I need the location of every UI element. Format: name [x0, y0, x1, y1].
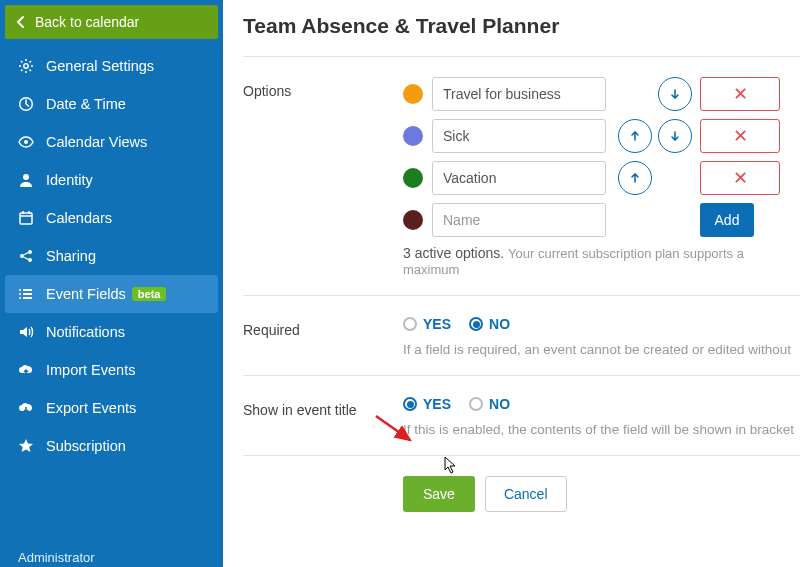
star-icon [16, 438, 36, 454]
move-down-button[interactable] [658, 77, 692, 111]
sidebar-item-label: Export Events [46, 400, 136, 416]
sidebar-item-label: Date & Time [46, 96, 126, 112]
show-in-title-label: Show in event title [243, 396, 403, 437]
cloud-download-icon [16, 400, 36, 416]
back-label: Back to calendar [35, 14, 139, 30]
svg-point-0 [24, 64, 28, 68]
options-count: 3 active options. [403, 245, 504, 261]
page-title: Team Absence & Travel Planner [243, 14, 800, 38]
move-up-button[interactable] [618, 119, 652, 153]
sidebar-item-sharing[interactable]: Sharing [0, 237, 223, 275]
color-swatch[interactable] [403, 168, 423, 188]
radio-icon [403, 317, 417, 331]
share-icon [16, 248, 36, 264]
calendar-icon [16, 210, 36, 226]
close-icon: ✕ [733, 167, 748, 189]
options-section: Options ✕ ✕ [243, 57, 800, 295]
save-button[interactable]: Save [403, 476, 475, 512]
color-swatch[interactable] [403, 126, 423, 146]
sidebar-item-event-fields[interactable]: Event Fields beta [5, 275, 218, 313]
user-icon [16, 172, 36, 188]
svg-point-8 [19, 289, 21, 291]
svg-point-10 [19, 297, 21, 299]
option-name-input[interactable] [432, 161, 606, 195]
list-icon [16, 286, 36, 302]
sidebar-item-label: Subscription [46, 438, 126, 454]
sidebar-item-identity[interactable]: Identity [0, 161, 223, 199]
sidebar-item-general-settings[interactable]: General Settings [0, 47, 223, 85]
color-swatch[interactable] [403, 210, 423, 230]
sidebar-item-notifications[interactable]: Notifications [0, 313, 223, 351]
option-name-input[interactable] [432, 119, 606, 153]
option-new-row: Add [403, 203, 800, 237]
option-name-input[interactable] [432, 77, 606, 111]
back-to-calendar-button[interactable]: Back to calendar [5, 5, 218, 39]
radio-label: YES [423, 316, 451, 332]
cancel-button[interactable]: Cancel [485, 476, 567, 512]
required-label: Required [243, 316, 403, 357]
sidebar-item-label: General Settings [46, 58, 154, 74]
options-label: Options [243, 77, 403, 277]
radio-label: NO [489, 316, 510, 332]
svg-point-9 [19, 293, 21, 295]
main-panel: Team Absence & Travel Planner Options ✕ [223, 0, 800, 567]
svg-point-2 [24, 140, 28, 144]
sidebar-item-calendars[interactable]: Calendars [0, 199, 223, 237]
add-option-button[interactable]: Add [700, 203, 754, 237]
sidebar-item-label: Notifications [46, 324, 125, 340]
sidebar: Back to calendar General Settings Date &… [0, 0, 223, 567]
show-title-no-radio[interactable]: NO [469, 396, 510, 412]
delete-option-button[interactable]: ✕ [700, 161, 780, 195]
sidebar-item-import-events[interactable]: Import Events [0, 351, 223, 389]
required-yes-radio[interactable]: YES [403, 316, 451, 332]
cloud-upload-icon [16, 362, 36, 378]
option-row: ✕ [403, 119, 800, 153]
required-section: Required YES NO If a field is required, … [243, 296, 800, 375]
clock-icon [16, 96, 36, 112]
svg-point-7 [28, 258, 32, 262]
radio-icon [403, 397, 417, 411]
sound-icon [16, 324, 36, 340]
gear-icon [16, 58, 36, 74]
required-help: If a field is required, an event cannot … [403, 342, 800, 357]
radio-icon [469, 397, 483, 411]
option-row: ✕ [403, 77, 800, 111]
move-up-button[interactable] [618, 161, 652, 195]
radio-label: NO [489, 396, 510, 412]
close-icon: ✕ [733, 83, 748, 105]
sidebar-item-label: Calendars [46, 210, 112, 226]
chevron-left-icon [17, 16, 25, 28]
sidebar-item-calendar-views[interactable]: Calendar Views [0, 123, 223, 161]
close-icon: ✕ [733, 125, 748, 147]
admin-label: Administrator [18, 550, 95, 565]
eye-icon [16, 134, 36, 150]
show-title-yes-radio[interactable]: YES [403, 396, 451, 412]
sidebar-item-label: Identity [46, 172, 93, 188]
move-down-button[interactable] [658, 119, 692, 153]
svg-point-6 [28, 250, 32, 254]
delete-option-button[interactable]: ✕ [700, 119, 780, 153]
radio-icon [469, 317, 483, 331]
color-swatch[interactable] [403, 84, 423, 104]
option-row: ✕ [403, 161, 800, 195]
options-note: 3 active options. Your current subscript… [403, 245, 800, 277]
sidebar-item-label: Import Events [46, 362, 135, 378]
option-name-input-new[interactable] [432, 203, 606, 237]
footer-buttons: Save Cancel [243, 456, 800, 512]
sidebar-item-subscription[interactable]: Subscription [0, 427, 223, 465]
svg-rect-4 [20, 213, 32, 224]
sidebar-item-export-events[interactable]: Export Events [0, 389, 223, 427]
sidebar-item-label: Event Fields [46, 286, 126, 302]
delete-option-button[interactable]: ✕ [700, 77, 780, 111]
required-no-radio[interactable]: NO [469, 316, 510, 332]
radio-label: YES [423, 396, 451, 412]
beta-badge: beta [132, 287, 167, 301]
sidebar-item-label: Sharing [46, 248, 96, 264]
sidebar-item-label: Calendar Views [46, 134, 147, 150]
show-title-help: If this is enabled, the contents of the … [403, 422, 800, 437]
sidebar-item-date-time[interactable]: Date & Time [0, 85, 223, 123]
show-in-title-section: Show in event title YES NO If this is en… [243, 376, 800, 455]
svg-point-3 [23, 174, 29, 180]
